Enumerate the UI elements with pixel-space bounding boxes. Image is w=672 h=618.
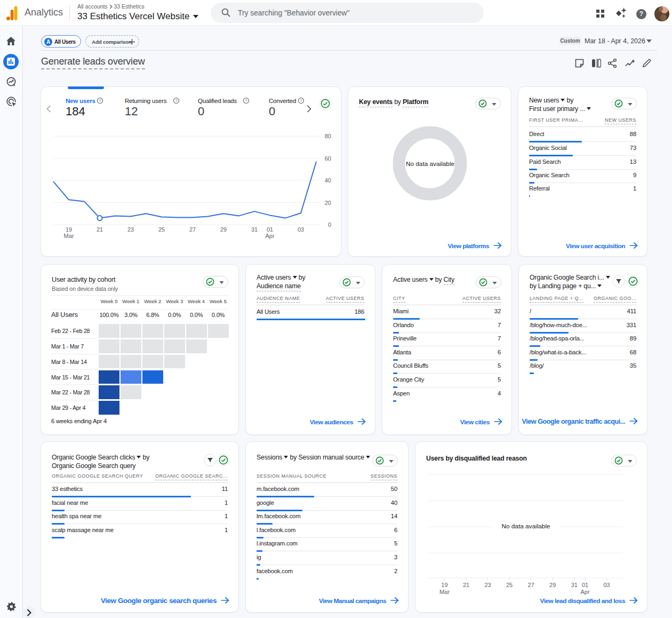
svg-text:60: 60 xyxy=(325,155,331,162)
svg-text:27: 27 xyxy=(189,226,196,233)
svg-text:31: 31 xyxy=(571,582,578,588)
svg-text:29: 29 xyxy=(220,226,227,233)
svg-text:21: 21 xyxy=(463,582,469,588)
svg-text:01: 01 xyxy=(582,582,588,588)
svg-text:19: 19 xyxy=(66,226,72,233)
svg-text:No data available: No data available xyxy=(501,522,550,530)
svg-text:20: 20 xyxy=(325,200,331,206)
svg-text:40: 40 xyxy=(325,177,331,184)
svg-text:25: 25 xyxy=(506,582,513,588)
svg-text:29: 29 xyxy=(549,582,556,588)
svg-text:03: 03 xyxy=(298,226,304,233)
svg-text:27: 27 xyxy=(528,582,534,588)
svg-text:Apr: Apr xyxy=(265,233,274,239)
svg-text:21: 21 xyxy=(97,226,103,233)
svg-text:Apr: Apr xyxy=(581,589,590,595)
svg-text:25: 25 xyxy=(158,226,165,233)
svg-text:03: 03 xyxy=(603,582,610,588)
svg-text:01: 01 xyxy=(267,226,273,233)
svg-text:0: 0 xyxy=(328,221,331,228)
svg-text:23: 23 xyxy=(127,226,134,233)
svg-text:Mar: Mar xyxy=(439,589,450,595)
svg-text:23: 23 xyxy=(484,582,491,588)
svg-text:31: 31 xyxy=(251,226,258,233)
svg-text:19: 19 xyxy=(441,582,447,588)
svg-text:80: 80 xyxy=(325,133,331,139)
svg-text:Mar: Mar xyxy=(64,233,74,239)
